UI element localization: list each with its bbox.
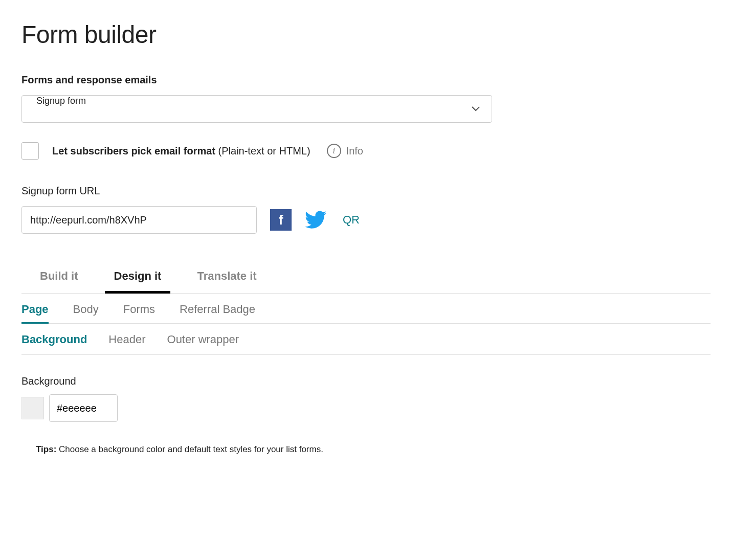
signup-url-input[interactable] bbox=[21, 206, 257, 234]
terttab-outer-wrapper[interactable]: Outer wrapper bbox=[167, 333, 239, 346]
background-label: Background bbox=[21, 375, 711, 387]
subtab-page[interactable]: Page bbox=[21, 303, 49, 323]
tips-text: Tips: Choose a background color and defa… bbox=[21, 444, 711, 455]
tabs-main: Build it Design it Translate it bbox=[21, 264, 711, 294]
terttab-background[interactable]: Background bbox=[21, 333, 87, 346]
tab-translate-it[interactable]: Translate it bbox=[197, 264, 256, 293]
twitter-icon bbox=[305, 211, 326, 229]
form-select-wrap[interactable]: Signup form bbox=[21, 95, 492, 123]
tabs-tert: Background Header Outer wrapper bbox=[21, 324, 711, 355]
subtab-forms[interactable]: Forms bbox=[123, 303, 155, 323]
signup-url-label: Signup form URL bbox=[21, 185, 711, 197]
email-format-checkbox[interactable] bbox=[21, 142, 39, 160]
twitter-share-button[interactable] bbox=[305, 209, 326, 231]
form-select[interactable]: Signup form bbox=[21, 95, 492, 123]
info-icon[interactable]: i bbox=[327, 144, 341, 158]
forms-section-label: Forms and response emails bbox=[21, 74, 711, 86]
qr-link[interactable]: QR bbox=[343, 213, 360, 227]
facebook-share-button[interactable]: f bbox=[270, 209, 292, 231]
tips-label: Tips: bbox=[36, 444, 56, 454]
background-row bbox=[21, 394, 711, 422]
tips-body: Choose a background color and default te… bbox=[59, 444, 323, 454]
background-section: Background Tips: Choose a background col… bbox=[21, 355, 711, 455]
color-input[interactable] bbox=[49, 394, 118, 422]
facebook-icon: f bbox=[279, 212, 283, 228]
email-format-label: Let subscribers pick email format (Plain… bbox=[52, 145, 310, 157]
tab-design-it[interactable]: Design it bbox=[114, 264, 162, 293]
tab-build-it[interactable]: Build it bbox=[40, 264, 78, 293]
info-text: Info bbox=[346, 145, 363, 157]
page-title: Form builder bbox=[21, 20, 711, 49]
email-format-label-suffix: (Plain-text or HTML) bbox=[218, 145, 310, 156]
email-format-row: Let subscribers pick email format (Plain… bbox=[21, 142, 711, 160]
email-format-label-bold: Let subscribers pick email format bbox=[52, 145, 215, 156]
subtab-referral-badge[interactable]: Referral Badge bbox=[180, 303, 255, 323]
signup-url-row: f QR bbox=[21, 206, 711, 234]
terttab-header[interactable]: Header bbox=[108, 333, 145, 346]
tabs-sub: Page Body Forms Referral Badge bbox=[21, 294, 711, 324]
info-wrap: i Info bbox=[327, 144, 363, 158]
subtab-body[interactable]: Body bbox=[73, 303, 99, 323]
color-swatch[interactable] bbox=[21, 397, 44, 419]
